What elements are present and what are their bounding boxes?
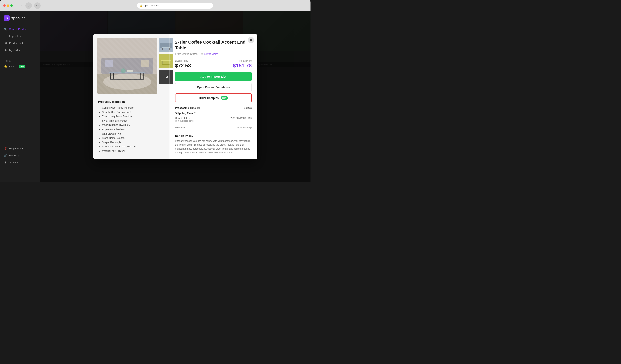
svg-rect-16 [162, 47, 170, 48]
listing-price-value: $72.58 [175, 63, 191, 69]
thumbnail-more-count: +3 [164, 75, 168, 79]
retail-price-value: $151.78 [233, 63, 252, 69]
reload-button[interactable]: ↺ [25, 2, 32, 9]
svg-rect-11 [127, 70, 133, 72]
modal-right-panel: 2-Tier Coffee Cocktail Accent End Table … [169, 34, 257, 159]
sidebar-item-import[interactable]: ☰ Import List [0, 33, 40, 40]
minimize-traffic-light[interactable] [7, 4, 9, 7]
desc-item-2: Type: Living Room Furniture [102, 115, 164, 119]
open-variations-button[interactable]: Open Product Variations [175, 83, 252, 91]
svg-rect-8 [140, 73, 141, 79]
extras-label: EXTRAS [0, 58, 40, 63]
address-bar[interactable]: 🔒 app.spocket.co [137, 3, 213, 9]
processing-time-row: Processing Time ? 2-3 days [175, 106, 252, 109]
svg-rect-13 [141, 60, 149, 67]
product-images-section: +3 [93, 34, 169, 97]
modal-close-button[interactable]: ✕ [248, 37, 254, 43]
logo-text: spocket [11, 16, 25, 20]
return-policy-text: If for any reason you are not happy with… [175, 139, 252, 155]
back-button[interactable]: ‹ [15, 3, 19, 8]
url-text: app.spocket.co [144, 4, 160, 7]
desc-item-3: Style: Minimalist Modern [102, 119, 164, 123]
listing-price-label: Listing Price [175, 59, 191, 62]
grid-icon: ▤ [4, 42, 7, 45]
price-row: Listing Price $72.58 Retail Price $151.7… [175, 59, 252, 69]
processing-time-label: Processing Time ? [175, 106, 200, 109]
fullscreen-traffic-light[interactable] [10, 4, 13, 7]
svg-rect-5 [110, 73, 111, 79]
orders-icon: ◆ [4, 49, 7, 52]
processing-time-value: 2-3 days [242, 106, 252, 109]
shipping-worldwide-row: Worldwide Does not ship [175, 126, 252, 131]
origin-text: From United States [175, 52, 197, 55]
shipping-worldwide-dest: Worldwide [175, 126, 186, 129]
sidebar-item-products[interactable]: ▤ Product List [0, 40, 40, 47]
deals-badge: NEW [19, 65, 25, 68]
desc-item-6: With Drawers: No [102, 132, 164, 136]
modal-overlay[interactable]: ✕ [40, 11, 310, 182]
shipping-us-cost: ? $6.00 /$2.00 USD [230, 117, 252, 120]
sidebar-item-settings[interactable]: ⚙ Settings [0, 159, 40, 166]
settings-icon: ⚙ [4, 161, 7, 164]
sidebar-label-orders: My Orders [9, 49, 21, 52]
sidebar-item-orders[interactable]: ◆ My Orders [0, 47, 40, 54]
order-samples-button[interactable]: Order Samples New [175, 93, 252, 102]
list-icon: ☰ [4, 34, 7, 38]
product-origin: From United States By Silver Molly [175, 52, 252, 55]
modal-left-panel: +3 Product Description General Use: Home… [93, 34, 169, 159]
svg-rect-12 [105, 60, 113, 67]
svg-rect-1 [97, 74, 157, 94]
shipping-help-icon[interactable]: ? [194, 112, 196, 115]
retail-price-label: Retail Price [233, 59, 252, 62]
description-title: Product Description [98, 100, 164, 103]
svg-rect-17 [162, 48, 163, 50]
lock-icon: 🔒 [140, 4, 143, 7]
product-modal: ✕ [93, 34, 257, 159]
product-main-image[interactable] [97, 38, 157, 94]
desc-item-7: Brand Name: Giantex [102, 136, 164, 140]
close-traffic-light[interactable] [3, 4, 6, 7]
seller-name: Silver Molly [204, 52, 217, 55]
traffic-lights [3, 4, 13, 7]
search-icon: 🔍 [4, 28, 7, 31]
shipping-cost-help-icon[interactable]: ? [230, 117, 232, 120]
order-samples-new-badge: New [221, 96, 228, 99]
sidebar-item-shop[interactable]: 🛒 My Shop [0, 152, 40, 159]
sidebar-label-import: Import List [9, 34, 21, 38]
desc-item-0: General Use: Home Furniture [102, 106, 164, 110]
return-policy-section: Return Policy If for any reason you are … [175, 134, 252, 155]
svg-point-2 [103, 74, 151, 90]
sidebar-logo: S spocket [0, 15, 40, 26]
svg-rect-3 [101, 58, 153, 74]
sidebar-item-deals[interactable]: ⭐ Deals NEW [0, 63, 40, 70]
desc-item-10: Material: MDF +Steel [102, 149, 164, 153]
add-to-import-button[interactable]: Add to Import List [175, 72, 252, 81]
shop-icon: 🛒 [4, 154, 7, 157]
desc-item-9: Size: 48"X24.0"X20.0"(WXDXH) [102, 145, 164, 149]
svg-rect-4 [109, 72, 145, 73]
shipping-us-days: (4-7 business days) [175, 120, 194, 122]
sidebar: S spocket 🔍 Search Products ☰ Import Lis… [0, 11, 40, 182]
svg-point-10 [121, 68, 126, 73]
sidebar-label-deals: Deals [9, 65, 16, 68]
description-list: General Use: Home Furniture Specific Use… [98, 106, 164, 153]
main-content: Contrast Lace Slip Dress With T... Fraye… [40, 11, 310, 182]
logo-icon: S [4, 15, 10, 21]
forward-button[interactable]: › [19, 3, 23, 8]
sidebar-item-search[interactable]: 🔍 Search Products [0, 26, 40, 33]
product-title: 2-Tier Coffee Cocktail Accent End Table [175, 39, 252, 51]
sidebar-nav: 🔍 Search Products ☰ Import List ▤ Produc… [0, 26, 40, 58]
svg-rect-9 [110, 79, 144, 80]
shipping-us-row: United States (4-7 business days) ? $6.0… [175, 117, 252, 124]
product-description: Product Description General Use: Home Fu… [93, 97, 169, 158]
processing-help-icon[interactable]: ? [197, 107, 200, 109]
svg-rect-0 [97, 38, 157, 94]
sidebar-label-settings: Settings [9, 161, 19, 164]
sidebar-item-help[interactable]: ❓ Help Center [0, 145, 40, 152]
shipping-section: Shipping Time ? United States (4-7 busin… [175, 112, 252, 131]
retail-price-block: Retail Price $151.78 [233, 59, 252, 69]
listing-price-block: Listing Price $72.58 [175, 59, 191, 69]
by-label: By [200, 52, 203, 55]
shipping-time-label: Shipping Time ? [175, 112, 252, 115]
sidebar-label-search: Search Products [9, 28, 28, 31]
